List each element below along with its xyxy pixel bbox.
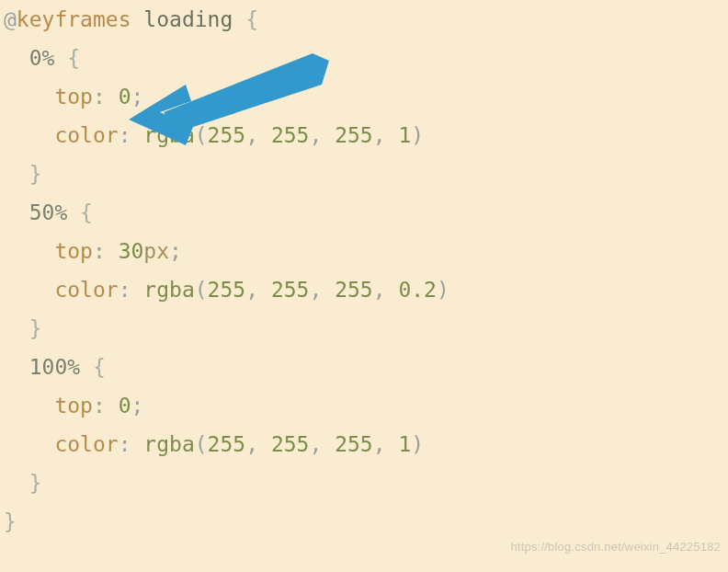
close-paren: ) xyxy=(437,278,449,302)
open-brace: { xyxy=(80,200,93,224)
close-paren: ) xyxy=(411,432,424,456)
rgba-func: rgba xyxy=(143,123,194,147)
open-brace: { xyxy=(245,7,258,31)
rgba-arg: 255 xyxy=(208,432,246,456)
colon: : xyxy=(93,85,106,109)
semicolon: ; xyxy=(131,85,144,109)
value-thirty: 30 xyxy=(119,239,144,263)
rgba-arg: 255 xyxy=(208,123,246,147)
open-paren: ( xyxy=(195,123,208,147)
close-brace: } xyxy=(4,509,17,533)
comma: , xyxy=(245,278,258,302)
rgba-func: rgba xyxy=(143,278,194,302)
semicolon: ; xyxy=(169,239,182,263)
open-paren: ( xyxy=(195,432,208,456)
comma: , xyxy=(309,123,322,147)
frame-50-selector: 50% xyxy=(29,200,68,224)
comma: , xyxy=(245,123,258,147)
comma: , xyxy=(245,432,258,456)
close-brace: } xyxy=(29,316,42,340)
colon: : xyxy=(119,278,131,302)
rgba-arg: 255 xyxy=(335,123,373,147)
semicolon: ; xyxy=(131,394,144,418)
value-zero: 0 xyxy=(119,394,131,418)
rgba-func: rgba xyxy=(143,432,194,456)
colon: : xyxy=(119,123,131,147)
close-paren: ) xyxy=(411,123,424,147)
rgba-arg: 1 xyxy=(398,432,411,456)
comma: , xyxy=(373,278,386,302)
comma: , xyxy=(309,432,322,456)
rgba-arg: 0.2 xyxy=(398,278,437,302)
watermark-text: https://blog.csdn.net/weixin_44225182 xyxy=(510,528,721,566)
at-sign: @ xyxy=(4,7,17,31)
rgba-arg: 255 xyxy=(271,278,310,302)
rgba-arg: 255 xyxy=(335,278,373,302)
unit-px: px xyxy=(143,239,169,263)
prop-top: top xyxy=(54,394,93,418)
comma: , xyxy=(373,123,386,147)
code-block: @keyframes loading { 0% { top: 0; color:… xyxy=(0,0,728,541)
rgba-arg: 255 xyxy=(271,432,310,456)
close-brace: } xyxy=(29,471,42,495)
rgba-arg: 255 xyxy=(271,123,310,147)
comma: , xyxy=(373,432,386,456)
prop-color: color xyxy=(54,432,118,456)
prop-top: top xyxy=(54,85,93,109)
colon: : xyxy=(93,394,106,418)
close-brace: } xyxy=(29,162,42,186)
value-zero: 0 xyxy=(119,85,131,109)
open-brace: { xyxy=(93,355,106,379)
open-paren: ( xyxy=(195,278,208,302)
rgba-arg: 255 xyxy=(335,432,373,456)
keyframes-keyword: keyframes xyxy=(17,7,131,31)
rgba-arg: 1 xyxy=(398,123,411,147)
prop-top: top xyxy=(54,239,93,263)
prop-color: color xyxy=(54,123,118,147)
comma: , xyxy=(309,278,322,302)
frame-100-selector: 100% xyxy=(29,355,80,379)
open-brace: { xyxy=(67,46,80,70)
animation-name: loading xyxy=(143,7,233,31)
colon: : xyxy=(93,239,106,263)
frame-0-selector: 0% xyxy=(29,46,55,70)
prop-color: color xyxy=(54,278,118,302)
colon: : xyxy=(119,432,131,456)
rgba-arg: 255 xyxy=(208,278,246,302)
